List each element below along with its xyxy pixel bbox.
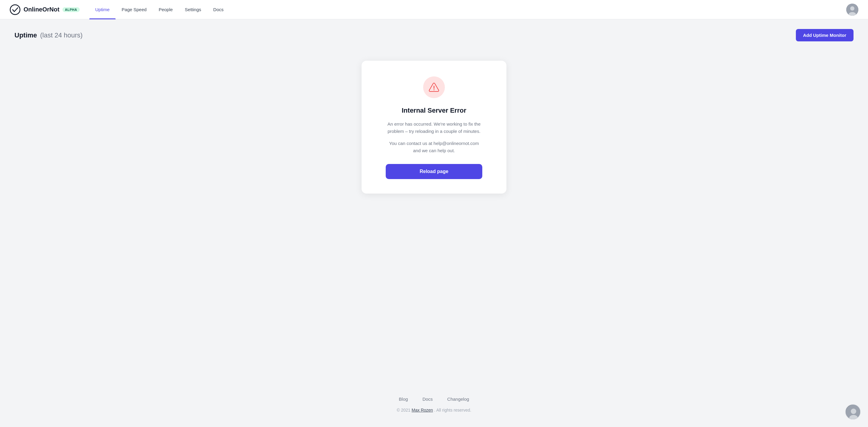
navbar: OnlineOrNot ALPHA Uptime Page Speed Peop…	[0, 0, 868, 19]
navbar-right	[846, 4, 858, 16]
nav-item-page-speed[interactable]: Page Speed	[116, 0, 153, 19]
footer-link-blog[interactable]: Blog	[399, 396, 408, 402]
brand-icon	[10, 4, 21, 15]
error-card: Internal Server Error An error has occur…	[362, 61, 506, 193]
svg-point-7	[851, 408, 856, 414]
nav-item-settings[interactable]: Settings	[179, 0, 207, 19]
alpha-badge: ALPHA	[62, 7, 80, 12]
navbar-nav: Uptime Page Speed People Settings Docs	[89, 0, 846, 19]
footer-copyright: © 2021 Max Rozen . All rights reserved.	[397, 408, 471, 413]
error-title: Internal Server Error	[402, 106, 466, 115]
page-title-area: Uptime (last 24 hours)	[14, 31, 83, 39]
page-subtitle: (last 24 hours)	[40, 31, 83, 39]
svg-point-2	[850, 6, 855, 10]
brand-name: OnlineOrNot	[24, 6, 59, 13]
page-title: Uptime	[14, 31, 37, 39]
error-contact: You can contact us at help@onlineornot.c…	[386, 140, 482, 154]
nav-item-people[interactable]: People	[153, 0, 179, 19]
rights-text: . All rights reserved.	[434, 408, 471, 413]
reload-page-button[interactable]: Reload page	[386, 164, 482, 179]
main-content: Internal Server Error An error has occur…	[0, 49, 868, 385]
footer-link-changelog[interactable]: Changelog	[447, 396, 469, 402]
footer-links: Blog Docs Changelog	[399, 396, 469, 402]
svg-point-0	[10, 4, 20, 14]
chat-widget[interactable]	[845, 404, 861, 420]
user-avatar[interactable]	[846, 4, 858, 16]
error-icon-circle	[423, 77, 445, 98]
warning-icon	[429, 82, 439, 93]
nav-item-docs[interactable]: Docs	[207, 0, 230, 19]
copyright-text: © 2021	[397, 408, 410, 413]
author-link[interactable]: Max Rozen	[412, 408, 433, 413]
footer: Blog Docs Changelog © 2021 Max Rozen . A…	[0, 385, 868, 427]
add-uptime-monitor-button[interactable]: Add Uptime Monitor	[796, 29, 854, 41]
page-header: Uptime (last 24 hours) Add Uptime Monito…	[0, 19, 868, 49]
brand-logo-link[interactable]: OnlineOrNot ALPHA	[10, 4, 80, 15]
footer-link-docs[interactable]: Docs	[423, 396, 433, 402]
svg-point-5	[434, 89, 435, 90]
error-message: An error has occurred. We're working to …	[386, 121, 482, 135]
nav-item-uptime[interactable]: Uptime	[89, 0, 116, 19]
